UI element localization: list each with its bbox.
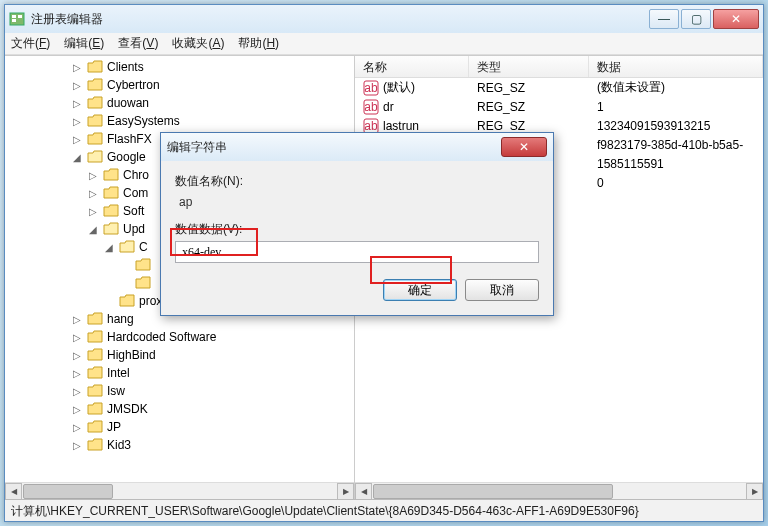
scroll-left-arrow[interactable]: ◀ [355,483,372,499]
menu-item-v[interactable]: 查看(V) [118,35,158,52]
expander-icon[interactable] [119,277,131,289]
expander-icon[interactable]: ▷ [87,205,99,217]
tree-item-label: Isw [107,384,125,398]
tree-item[interactable]: ▷Hardcoded Software [5,328,354,346]
statusbar: 计算机\HKEY_CURRENT_USER\Software\Google\Up… [5,499,763,521]
dialog-title: 编辑字符串 [167,139,501,156]
value-name: (默认) [383,79,415,96]
expander-icon[interactable]: ▷ [71,79,83,91]
tree-item-label: Com [123,186,148,200]
tree-item-label: Intel [107,366,130,380]
value-data-input[interactable] [175,241,539,263]
tree-item-label: JP [107,420,121,434]
dialog-titlebar[interactable]: 编辑字符串 ✕ [161,133,553,161]
tree-item-label: Chro [123,168,149,182]
tree-item-label: Soft [123,204,144,218]
menu-item-f[interactable]: 文件(F) [11,35,50,52]
tree-item-label: JMSDK [107,402,148,416]
tree-item[interactable]: ▷Isw [5,382,354,400]
expander-icon[interactable]: ▷ [71,421,83,433]
tree-item[interactable]: ▷JMSDK [5,400,354,418]
value-data: (数值未设置) [589,79,763,96]
tree-item-label: EasySystems [107,114,180,128]
scroll-left-arrow[interactable]: ◀ [5,483,22,499]
menubar: 文件(F)编辑(E)查看(V)收藏夹(A)帮助(H) [5,33,763,55]
expander-icon[interactable]: ▷ [71,349,83,361]
minimize-button[interactable]: — [649,9,679,29]
menu-item-h[interactable]: 帮助(H) [238,35,279,52]
value-type: REG_SZ [469,81,589,95]
col-header-data[interactable]: 数据 [589,56,763,77]
tree-item[interactable]: ▷JP [5,418,354,436]
tree-item-label: Clients [107,60,144,74]
value-data: 1585115591 [589,157,763,171]
titlebar[interactable]: 注册表编辑器 — ▢ ✕ [5,5,763,33]
scroll-right-arrow[interactable]: ▶ [337,483,354,499]
expander-icon[interactable]: ▷ [71,385,83,397]
window-buttons: — ▢ ✕ [649,9,759,29]
tree-item[interactable]: ▷HighBind [5,346,354,364]
edit-string-dialog: 编辑字符串 ✕ 数值名称(N): ap 数值数据(V): 确定 取消 [160,132,554,316]
scroll-thumb[interactable] [373,484,613,499]
expander-icon[interactable]: ▷ [71,133,83,145]
expander-icon[interactable]: ▷ [71,331,83,343]
value-name: dr [383,100,394,114]
dialog-close-button[interactable]: ✕ [501,137,547,157]
menu-item-a[interactable]: 收藏夹(A) [172,35,224,52]
col-header-type[interactable]: 类型 [469,56,589,77]
value-name-field: ap [175,193,539,211]
tree-item[interactable]: ▷Intel [5,364,354,382]
list-row[interactable]: ab(默认)REG_SZ(数值未设置) [355,78,763,97]
tree-item[interactable]: ▷Cybertron [5,76,354,94]
expander-icon[interactable] [103,295,115,307]
ok-button[interactable]: 确定 [383,279,457,301]
expander-icon[interactable]: ◢ [103,241,115,253]
value-data-label: 数值数据(V): [175,221,539,238]
tree-item-label: Kid3 [107,438,131,452]
tree-item-label: hang [107,312,134,326]
tree-item-label: HighBind [107,348,156,362]
value-type: REG_SZ [469,100,589,114]
list-hscrollbar[interactable]: ◀ ▶ [355,482,763,499]
expander-icon[interactable]: ▷ [87,169,99,181]
maximize-button[interactable]: ▢ [681,9,711,29]
tree-item[interactable]: ▷EasySystems [5,112,354,130]
svg-rect-3 [18,15,22,18]
col-header-name[interactable]: 名称 [355,56,469,77]
expander-icon[interactable]: ▷ [71,367,83,379]
tree-hscrollbar[interactable]: ◀ ▶ [5,482,354,499]
tree-item[interactable]: ▷duowan [5,94,354,112]
tree-item-label: duowan [107,96,149,110]
value-data: 1 [589,100,763,114]
expander-icon[interactable]: ▷ [71,97,83,109]
expander-icon[interactable]: ▷ [71,313,83,325]
expander-icon[interactable]: ◢ [71,151,83,163]
expander-icon[interactable]: ▷ [71,61,83,73]
svg-text:ab: ab [364,119,378,133]
tree-item-label: Google [107,150,146,164]
expander-icon[interactable]: ◢ [87,223,99,235]
list-row[interactable]: abdrREG_SZ1 [355,97,763,116]
cancel-button[interactable]: 取消 [465,279,539,301]
expander-icon[interactable]: ▷ [87,187,99,199]
svg-text:ab: ab [364,81,378,95]
tree-item[interactable]: ▷Kid3 [5,436,354,454]
menu-item-e[interactable]: 编辑(E) [64,35,104,52]
window-title: 注册表编辑器 [31,11,649,28]
list-header[interactable]: 名称 类型 数据 [355,56,763,78]
expander-icon[interactable]: ▷ [71,403,83,415]
expander-icon[interactable]: ▷ [71,439,83,451]
value-data: 0 [589,176,763,190]
value-name-label: 数值名称(N): [175,173,539,190]
expander-icon[interactable] [119,259,131,271]
scroll-right-arrow[interactable]: ▶ [746,483,763,499]
expander-icon[interactable]: ▷ [71,115,83,127]
value-name: lastrun [383,119,419,133]
svg-text:ab: ab [364,100,378,114]
tree-item[interactable]: ▷Clients [5,58,354,76]
regedit-icon [9,11,25,27]
scroll-thumb[interactable] [23,484,113,499]
close-button[interactable]: ✕ [713,9,759,29]
value-data: f9823179-385d-410b-b5a5- [589,138,763,152]
tree-item-label: C [139,240,148,254]
